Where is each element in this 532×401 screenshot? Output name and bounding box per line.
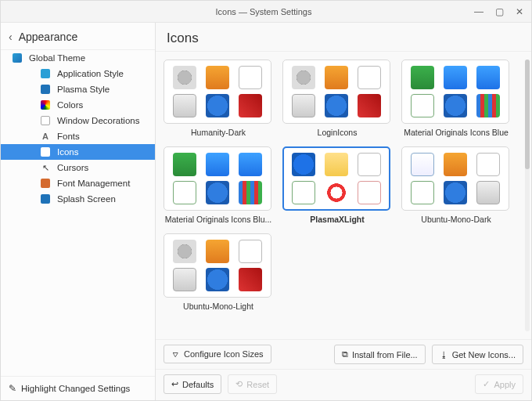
apply-button[interactable]: ✓ Apply — [475, 374, 523, 394]
sidebar-item-global-theme[interactable]: Global Theme — [1, 50, 155, 66]
reset-icon: ⟲ — [235, 379, 243, 389]
check-icon: ✓ — [483, 379, 490, 389]
font-mgmt-icon — [40, 178, 51, 189]
sidebar-item-label: Cursors — [57, 163, 88, 172]
install-from-file-button[interactable]: ⧉ Install from File... — [334, 345, 426, 364]
sidebar-item-colors[interactable]: Colors — [1, 97, 155, 113]
sidebar-item-plasma-style[interactable]: Plasma Style — [1, 81, 155, 97]
scrollbar-thumb[interactable] — [525, 60, 530, 169]
button-label: Get New Icons... — [452, 350, 516, 359]
colors-icon — [40, 99, 51, 110]
sidebar: ‹ Appearance Global Theme Application St… — [1, 23, 156, 400]
main-pane: Icons Humanity-DarkLoginIconsMaterial Or… — [156, 23, 531, 400]
footer-row: ↩ Defaults ⟲ Reset ✓ Apply — [156, 369, 531, 400]
button-label: Install from File... — [352, 350, 418, 359]
sidebar-item-font-management[interactable]: Font Management — [1, 175, 155, 191]
sidebar-item-fonts[interactable]: A Fonts — [1, 128, 155, 144]
window-controls: — ▢ ✕ — [473, 6, 525, 17]
sidebar-item-label: Window Decorations — [57, 116, 139, 125]
theme-card[interactable]: Material Originals Icons Blu... — [164, 146, 273, 224]
sidebar-item-application-style[interactable]: Application Style — [1, 66, 155, 81]
sidebar-list: Global Theme Application Style Plasma St… — [1, 49, 155, 376]
defaults-icon: ↩ — [171, 379, 178, 389]
window-title: Icons — System Settings — [54, 7, 473, 16]
configure-icon-sizes-button[interactable]: 🜄 Configure Icon Sizes — [164, 345, 271, 363]
sidebar-back[interactable]: ‹ Appearance — [1, 23, 155, 49]
import-icon: ⧉ — [342, 349, 348, 359]
sidebar-item-cursors[interactable]: ↖ Cursors — [1, 160, 155, 175]
theme-card[interactable]: Material Originals Icons Blue — [401, 60, 511, 137]
sidebar-item-label: Fonts — [57, 132, 80, 141]
theme-preview — [401, 60, 509, 124]
theme-label: Ubuntu-Mono-Dark — [401, 211, 511, 224]
sidebar-item-splash-screen[interactable]: Splash Screen — [1, 191, 155, 207]
theme-grid: Humanity-DarkLoginIconsMaterial Original… — [164, 60, 527, 311]
body: ‹ Appearance Global Theme Application St… — [1, 23, 531, 400]
sidebar-item-label: Plasma Style — [57, 85, 110, 94]
theme-card[interactable]: PlasmaXLight — [282, 146, 392, 224]
scrollbar[interactable] — [525, 60, 530, 331]
theme-card[interactable]: Humanity-Dark — [164, 60, 273, 137]
theme-preview — [282, 60, 390, 124]
window-deco-icon — [40, 115, 51, 126]
sidebar-item-label: Application Style — [57, 69, 124, 78]
sidebar-item-label: Splash Screen — [57, 194, 116, 204]
theme-label: Humanity-Dark — [164, 124, 273, 137]
theme-grid-scroll[interactable]: Humanity-DarkLoginIconsMaterial Original… — [156, 52, 531, 339]
theme-label: Material Originals Icons Blu... — [164, 211, 273, 224]
splash-icon — [40, 193, 51, 204]
titlebar: Icons — System Settings — ▢ ✕ — [1, 1, 531, 23]
download-icon: ⭳ — [440, 350, 448, 359]
pencil-icon: ✎ — [9, 383, 16, 394]
reset-button[interactable]: ⟲ Reset — [228, 374, 277, 394]
theme-label: LoginIcons — [282, 124, 392, 137]
sidebar-item-label: Icons — [57, 147, 79, 157]
theme-label: PlasmaXLight — [282, 211, 392, 224]
get-new-icons-button[interactable]: ⭳ Get New Icons... — [432, 345, 523, 364]
plasma-style-icon — [40, 84, 51, 95]
chevron-left-icon: ‹ — [9, 31, 13, 43]
close-button[interactable]: ✕ — [514, 6, 525, 17]
theme-preview — [164, 233, 271, 298]
sliders-icon: 🜄 — [171, 349, 180, 359]
sidebar-back-label: Appearance — [19, 31, 78, 43]
button-label: Apply — [494, 380, 516, 389]
theme-card[interactable]: LoginIcons — [282, 60, 392, 137]
page-title: Icons — [156, 23, 531, 52]
cursors-icon: ↖ — [40, 162, 51, 173]
button-label: Configure Icon Sizes — [184, 349, 264, 359]
theme-preview — [164, 146, 271, 211]
sidebar-footer-label: Highlight Changed Settings — [21, 384, 130, 393]
app-style-icon — [40, 68, 51, 79]
fonts-icon: A — [40, 131, 51, 142]
minimize-button[interactable]: — — [473, 6, 484, 17]
sidebar-item-label: Global Theme — [29, 53, 85, 63]
icons-icon — [40, 146, 51, 157]
action-row: 🜄 Configure Icon Sizes ⧉ Install from Fi… — [156, 339, 531, 369]
window: Icons — System Settings — ▢ ✕ ‹ Appearan… — [0, 0, 532, 401]
global-theme-icon — [12, 52, 23, 63]
maximize-button[interactable]: ▢ — [494, 6, 505, 17]
sidebar-item-label: Font Management — [57, 179, 130, 188]
theme-preview — [282, 146, 390, 211]
sidebar-item-label: Colors — [57, 100, 83, 110]
theme-card[interactable]: Ubuntu-Mono-Light — [164, 233, 273, 311]
sidebar-item-icons[interactable]: Icons — [1, 144, 155, 160]
theme-preview — [401, 146, 509, 211]
theme-preview — [164, 60, 271, 124]
sidebar-item-window-decorations[interactable]: Window Decorations — [1, 113, 155, 128]
theme-label: Ubuntu-Mono-Light — [164, 298, 273, 311]
defaults-button[interactable]: ↩ Defaults — [164, 374, 221, 394]
theme-label: Material Originals Icons Blue — [401, 124, 511, 137]
button-label: Reset — [246, 380, 269, 389]
theme-card[interactable]: Ubuntu-Mono-Dark — [401, 146, 511, 224]
button-label: Defaults — [182, 380, 214, 389]
sidebar-footer-button[interactable]: ✎ Highlight Changed Settings — [1, 376, 155, 400]
